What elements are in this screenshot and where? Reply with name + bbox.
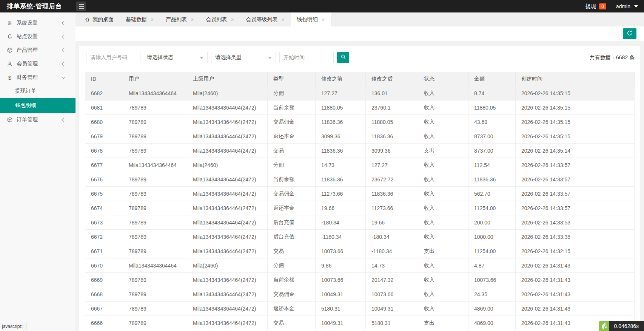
sidebar-item[interactable]: 站点设置 — [0, 30, 75, 43]
tab-close-icon[interactable]: × — [322, 17, 325, 22]
table-cell: 10049.31 — [366, 302, 418, 316]
table-cell: 2026-02-26 14:33:57 — [516, 187, 635, 201]
table-cell: 11880.05 — [468, 101, 516, 115]
table-row: 6670Mila1343434364464Mila(2460)分佣9.8614.… — [85, 258, 635, 273]
sidebar-item[interactable]: 系统设置 — [0, 16, 75, 30]
table-cell: 2026-02-26 14:33:53 — [516, 215, 635, 230]
table-cell: 10073.66 — [316, 273, 366, 287]
column-header: 状态 — [418, 72, 468, 86]
table-cell: 2026-02-26 14:33:57 — [516, 201, 635, 215]
user-number-input[interactable] — [86, 52, 140, 63]
table-cell: Mila1343434364464(2472) — [187, 201, 268, 215]
table-cell: 收入 — [418, 258, 468, 273]
table-row: 6667789789Mila1343434364464(2472)返还本金518… — [85, 302, 635, 316]
chevron-left-icon — [62, 118, 66, 122]
table-cell: 6672 — [85, 230, 123, 244]
sidebar-item[interactable]: 产品管理 — [0, 43, 75, 57]
table-cell: 3099.36 — [366, 144, 418, 158]
table-cell: 10049.31 — [316, 287, 366, 302]
tab-item[interactable]: 我的桌面 — [79, 12, 120, 26]
column-header: 修改之后 — [366, 72, 418, 86]
status-select[interactable]: 请选择状态 — [143, 52, 208, 63]
table-cell: 6682 — [85, 86, 123, 101]
sidebar-menu: 系统设置站点设置产品管理会员管理$财务管理提现订单钱包明细订单管理 — [0, 12, 75, 127]
table-cell: Mila1343434364464(2472) — [187, 287, 268, 302]
tab-close-icon[interactable]: × — [282, 17, 285, 22]
user-menu[interactable]: admin — [616, 3, 630, 9]
table-cell: Mila1343434364464(2472) — [187, 101, 268, 115]
sidebar-item[interactable]: 订单管理 — [0, 113, 75, 127]
table-row: 6672789789Mila1343434364464(2472)后台充值-11… — [85, 230, 635, 244]
table-cell: Mila1343434364464(2472) — [187, 244, 268, 258]
table-cell: 2026-02-26 14:33:57 — [516, 172, 635, 187]
tab-close-icon[interactable]: × — [191, 17, 194, 22]
column-header: 金额 — [468, 72, 516, 86]
table-cell: 11273.66 — [366, 201, 418, 215]
table-cell: 8737.00 — [468, 129, 516, 144]
table-row: 6669789789Mila1343434364464(2472)当前余额100… — [85, 273, 635, 287]
tab-label: 会员列表 — [206, 16, 227, 23]
search-button[interactable] — [337, 52, 349, 63]
sidebar-item[interactable]: 会员管理 — [0, 57, 75, 71]
table-cell: 收入 — [418, 187, 468, 201]
sidebar-toggle-button[interactable] — [76, 2, 86, 11]
sidebar-item-label: 订单管理 — [17, 116, 38, 123]
sidebar-item[interactable]: 钱包明细 — [0, 98, 75, 113]
type-select-value: 请选择类型 — [215, 54, 242, 61]
table-cell: 2026-02-26 14:32:15 — [516, 244, 635, 258]
tab-item[interactable]: 钱包明细× — [291, 12, 331, 26]
table-cell: 4869.00 — [468, 316, 516, 330]
table-cell: 6675 — [85, 187, 123, 201]
table-cell: 11880.05 — [366, 115, 418, 129]
table-cell: Mila(2460) — [187, 258, 268, 273]
table-cell: 789789 — [123, 215, 187, 230]
table-row: 6679789789Mila1343434364464(2472)返还本金309… — [85, 129, 635, 144]
withdraw-link[interactable]: 提现 — [585, 3, 596, 10]
sidebar-item-label: 提现订单 — [15, 88, 36, 94]
table-cell: 789789 — [123, 101, 187, 115]
tab-item[interactable]: 基础数据× — [120, 12, 160, 26]
type-select[interactable]: 请选择类型 — [211, 52, 276, 63]
table-cell: 24.35 — [468, 287, 516, 302]
tab-item[interactable]: 产品列表× — [160, 12, 200, 26]
table-cell: 6674 — [85, 201, 123, 215]
tab-close-icon[interactable]: × — [231, 17, 234, 22]
table-cell: 6667 — [85, 302, 123, 316]
table-cell: Mila1343434364464(2472) — [187, 187, 268, 201]
table-cell: 789789 — [123, 230, 187, 244]
table-cell: 当前余额 — [268, 101, 316, 115]
sidebar-item-label: 系统设置 — [17, 20, 38, 26]
table-cell: 6669 — [85, 273, 123, 287]
table-row: 6678789789Mila1343434364464(2472)交易11836… — [85, 144, 635, 158]
table-row: 6680789789Mila1343434364464(2472)交易佣金118… — [85, 115, 635, 129]
topbar-right: 提现 0 admin — [585, 0, 638, 12]
tab-close-icon[interactable]: × — [151, 17, 154, 22]
table-cell: 200.00 — [468, 215, 516, 230]
sidebar-item[interactable]: 提现订单 — [0, 84, 75, 98]
chevron-left-icon — [62, 21, 66, 25]
tab-item[interactable]: 会员等级列表× — [240, 12, 291, 26]
sidebar-item[interactable]: $财务管理 — [0, 71, 75, 84]
table-cell: 收入 — [418, 172, 468, 187]
sidebar-item-label: 站点设置 — [17, 33, 38, 40]
table-cell: 收入 — [418, 302, 468, 316]
table-cell: 收入 — [418, 129, 468, 144]
table-cell: 10073.66 — [316, 244, 366, 258]
table-cell: 2026-02-26 14:35:15 — [516, 101, 635, 115]
table-cell: 112.54 — [468, 158, 516, 172]
table-cell: Mila(2460) — [187, 158, 268, 172]
table-cell: Mila1343434364464 — [123, 258, 187, 273]
table-cell: 789789 — [123, 115, 187, 129]
tab-item[interactable]: 会员列表× — [200, 12, 240, 26]
refresh-button[interactable] — [623, 28, 636, 39]
thinkphp-flame-icon[interactable] — [599, 321, 609, 331]
table-cell: 9.86 — [316, 258, 366, 273]
table-cell: 23760.1 — [366, 101, 418, 115]
table-cell: 交易佣金 — [268, 187, 316, 201]
column-header: 创建时间 — [516, 72, 635, 86]
table-cell: 11880.05 — [316, 101, 366, 115]
sidebar-item-label: 会员管理 — [17, 60, 38, 67]
start-time-input[interactable] — [279, 52, 334, 63]
table-cell: 1000.00 — [468, 230, 516, 244]
table-cell: 收入 — [418, 230, 468, 244]
